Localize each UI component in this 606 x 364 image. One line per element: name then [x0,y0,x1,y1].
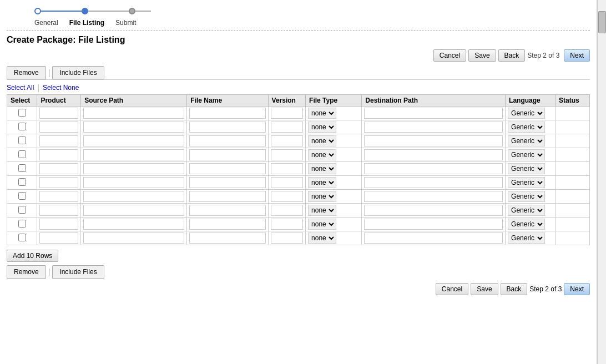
row-0-checkbox[interactable] [18,109,26,117]
row-0-destination-path[interactable] [364,108,503,119]
row-2-checkbox[interactable] [18,136,26,144]
row-8-file-type[interactable]: none [308,219,336,230]
row-9-checkbox[interactable] [18,234,26,241]
wizard-step-file-listing[interactable]: File Listing [64,18,110,28]
row-4-file-name[interactable] [189,163,265,174]
row-8-checkbox[interactable] [18,220,26,228]
row-5-file-type[interactable]: none [308,177,336,188]
row-1-language[interactable]: Generic [508,122,545,133]
top-include-files-tab[interactable]: Include Files [52,66,104,79]
row-5-version[interactable] [271,177,303,188]
row-6-product[interactable] [39,191,78,202]
row-6-destination-path[interactable] [364,191,503,202]
row-7-checkbox[interactable] [18,206,26,214]
top-back-button[interactable]: Back [498,49,526,62]
scrollbar-thumb[interactable] [598,11,606,33]
row-7-file-name[interactable] [189,205,265,216]
row-8-version[interactable] [271,219,303,230]
bottom-remove-tab[interactable]: Remove [7,265,46,279]
row-5-product[interactable] [39,177,78,188]
row-8-product[interactable] [39,219,78,230]
row-9-destination-path[interactable] [364,232,503,244]
row-7-file-type[interactable]: none [308,205,336,216]
select-all-link[interactable]: Select All [7,84,34,92]
row-6-file-type[interactable]: none [308,191,336,202]
row-6-language[interactable]: Generic [508,191,545,202]
row-8-destination-path[interactable] [364,219,503,230]
row-1-checkbox[interactable] [18,123,26,130]
row-3-file-name[interactable] [189,149,265,160]
bottom-back-button[interactable]: Back [501,283,528,295]
row-4-checkbox[interactable] [18,164,26,172]
row-6-source-path[interactable] [83,191,184,202]
row-7-product[interactable] [39,205,78,216]
row-1-file-name[interactable] [189,122,265,133]
top-cancel-button[interactable]: Cancel [433,49,466,62]
row-2-language[interactable]: Generic [508,135,545,146]
row-7-destination-path[interactable] [364,205,503,216]
row-0-language[interactable]: Generic [508,108,545,119]
row-4-source-path[interactable] [83,163,184,174]
row-6-file-name[interactable] [189,191,265,202]
row-3-product[interactable] [39,149,78,160]
row-7-version[interactable] [271,205,303,216]
row-2-file-name[interactable] [189,135,265,146]
row-6-version[interactable] [271,191,303,202]
row-2-destination-path[interactable] [364,135,503,146]
row-0-file-type[interactable]: none [308,108,336,119]
row-4-file-type[interactable]: none [308,163,336,174]
add-rows-button[interactable]: Add 10 Rows [7,250,58,262]
row-9-language[interactable]: Generic [508,232,545,244]
row-4-version[interactable] [271,163,303,174]
row-3-checkbox[interactable] [18,150,26,158]
row-5-source-path[interactable] [83,177,184,188]
row-3-version[interactable] [271,149,303,160]
row-3-source-path[interactable] [83,149,184,160]
row-3-destination-path[interactable] [364,149,503,160]
bottom-save-button[interactable]: Save [471,283,498,295]
bottom-cancel-button[interactable]: Cancel [436,283,468,295]
row-1-destination-path[interactable] [364,122,503,133]
row-5-file-name[interactable] [189,177,265,188]
row-1-product[interactable] [39,122,78,133]
bottom-next-button[interactable]: Next [564,283,590,295]
top-next-button[interactable]: Next [564,49,590,62]
row-2-source-path[interactable] [83,135,184,146]
row-9-product[interactable] [39,232,78,244]
bottom-include-files-tab[interactable]: Include Files [52,265,104,279]
row-9-file-type[interactable]: none [308,232,336,244]
wizard-step-submit[interactable]: Submit [110,18,142,28]
row-2-version[interactable] [271,135,303,146]
row-4-destination-path[interactable] [364,163,503,174]
row-3-file-type[interactable]: none [308,149,336,160]
row-0-source-path[interactable] [83,108,184,119]
top-save-button[interactable]: Save [468,49,496,62]
row-9-file-name[interactable] [189,232,265,244]
row-9-source-path[interactable] [83,232,184,244]
row-4-product[interactable] [39,163,78,174]
row-1-source-path[interactable] [83,122,184,133]
row-7-language[interactable]: Generic [508,205,545,216]
row-8-language[interactable]: Generic [508,219,545,230]
row-5-language[interactable]: Generic [508,177,545,188]
row-2-file-type[interactable]: none [308,135,336,146]
row-8-source-path[interactable] [83,219,184,230]
row-7-source-path[interactable] [83,205,184,216]
scrollbar[interactable] [597,0,606,364]
row-5-destination-path[interactable] [364,177,503,188]
select-none-link[interactable]: Select None [43,84,79,92]
top-remove-tab[interactable]: Remove [7,66,46,79]
wizard-step-general[interactable]: General [29,18,64,28]
row-6-checkbox[interactable] [18,192,26,200]
row-3-language[interactable]: Generic [508,149,545,160]
row-1-version[interactable] [271,122,303,133]
row-9-version[interactable] [271,232,303,244]
row-8-file-name[interactable] [189,219,265,230]
row-4-language[interactable]: Generic [508,163,545,174]
row-0-file-name[interactable] [189,108,265,119]
row-5-checkbox[interactable] [18,178,26,186]
row-0-product[interactable] [39,108,78,119]
row-1-file-type[interactable]: none [308,122,336,133]
row-0-version[interactable] [271,108,303,119]
row-2-product[interactable] [39,135,78,146]
